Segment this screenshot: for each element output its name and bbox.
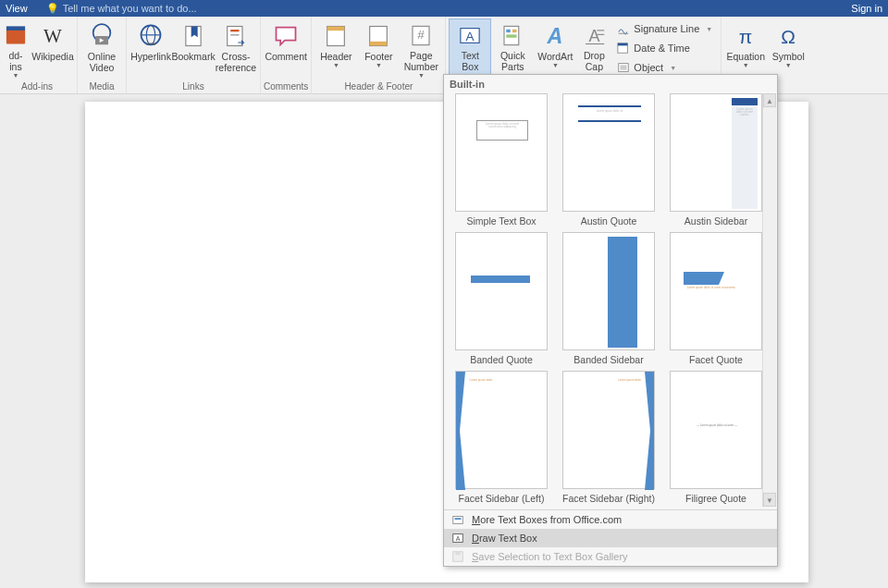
svg-rect-16 [370,42,388,46]
more-text-boxes-item[interactable]: More Text Boxes from Office.com [444,510,777,529]
text-box-button[interactable]: A Text Box ▼ [449,18,491,80]
dropdown-footer: More Text Boxes from Office.com A Draw T… [444,509,777,566]
text-box-gallery: Lorem ipsum dolor sit amet consectetur a… [444,93,777,509]
search-placeholder: Tell me what you want to do... [63,3,197,14]
wordart-button[interactable]: A WordArt ▼ [534,18,576,80]
svg-rect-34 [621,65,627,69]
bookmark-icon [180,23,206,49]
svg-text:A: A [456,535,461,542]
drop-cap-button[interactable]: A Drop Cap ▼ [576,18,611,80]
draw-text-box-item[interactable]: A Draw Text Box [444,529,777,547]
group-label-addins: Add-ins [21,80,53,92]
bookmark-button[interactable]: Bookmark [172,18,215,80]
gallery-item-facet-sidebar-left[interactable]: Lorem ipsum dolor Facet Sidebar (Left) [450,371,553,506]
group-addins: dd-ins ▼ W Wikipedia Add-ins [0,17,78,93]
symbol-icon: Ω [775,23,801,49]
svg-marker-37 [684,272,724,285]
group-label-media: Media [89,80,114,92]
gallery-item-austin-sidebar[interactable]: Lorem ipsum dolor sit amet consec Austin… [664,93,768,228]
scroll-down-icon[interactable]: ▼ [763,493,776,507]
svg-rect-45 [455,552,460,556]
scroll-up-icon[interactable]: ▲ [763,93,776,107]
title-bar: View 💡 Tell me what you want to do... Si… [0,0,888,17]
cross-reference-button[interactable]: Cross- reference [215,18,257,80]
group-header-footer: Header ▼ Footer ▼ # Page Number ▼ Header… [312,17,446,93]
object-icon [617,61,630,74]
gallery-item-facet-sidebar-right[interactable]: Lorem ipsum dolor Facet Sidebar (Right) [557,371,660,506]
signature-icon [617,22,630,35]
signature-line-button[interactable]: Signature Line▼ [613,19,716,38]
office-icon [451,513,464,526]
date-time-button[interactable]: Date & Time [613,39,716,57]
svg-marker-38 [456,372,465,490]
comment-icon [273,23,299,49]
dropdown-section-header: Built-in [444,75,777,93]
svg-text:W: W [43,25,62,47]
equation-icon: π [733,23,758,49]
page-number-icon: # [408,23,434,48]
gallery-scrollbar[interactable]: ▲ ▼ [762,93,776,507]
svg-rect-14 [327,27,345,31]
svg-text:#: # [418,28,426,42]
svg-rect-22 [507,30,512,32]
draw-text-box-icon: A [451,532,464,545]
hyperlink-button[interactable]: Hyperlink [130,18,172,80]
wikipedia-button[interactable]: W Wikipedia [31,18,74,80]
equation-button[interactable]: π Equation ▼ [724,18,767,80]
online-video-icon [89,23,115,49]
drop-cap-icon: A [581,23,607,48]
header-icon [323,23,349,49]
svg-rect-41 [455,518,462,520]
gallery-item-filigree-quote[interactable]: — Lorem ipsum dolor sit amet — Filigree … [664,371,768,506]
wikipedia-icon: W [40,23,66,49]
gallery-item-facet-quote[interactable]: Lorem ipsum dolor sit amet consectetur F… [664,232,768,367]
group-comments: Comment Comments [261,17,312,93]
date-time-icon [617,42,630,55]
save-selection-item: Save Selection to Text Box Gallery [444,547,777,566]
group-links: Hyperlink Bookmark Cross- reference Link… [127,17,261,93]
footer-button[interactable]: Footer ▼ [357,18,400,80]
svg-text:A: A [466,30,475,43]
gallery-item-banded-quote[interactable]: Banded Quote [450,232,553,367]
svg-rect-1 [6,26,25,31]
svg-rect-0 [6,30,25,44]
save-gallery-icon [451,550,464,563]
svg-rect-23 [512,30,517,32]
gallery-item-simple-text-box[interactable]: Lorem ipsum dolor sit amet consectetur a… [450,93,553,228]
hyperlink-icon [138,23,164,49]
store-icon [3,23,29,48]
lightbulb-icon: 💡 [46,3,59,15]
gallery-item-austin-quote[interactable]: Lorem ipsum dolor sit Austin Quote [557,93,660,228]
page-number-button[interactable]: # Page Number ▼ [400,18,442,80]
wordart-icon: A [542,23,568,49]
group-label-comments: Comments [264,80,308,92]
group-media: Online Video Media [78,17,127,93]
tab-view[interactable]: View [6,3,28,14]
quick-parts-button[interactable]: Quick Parts ▼ [491,18,534,80]
text-box-icon: A [457,23,483,48]
svg-rect-24 [507,34,517,37]
text-box-dropdown: Built-in Lorem ipsum dolor sit amet cons… [443,74,778,567]
svg-rect-32 [618,43,628,46]
addins-button-cut[interactable]: dd-ins ▼ [0,18,31,80]
online-video-button[interactable]: Online Video [80,18,123,80]
svg-text:Ω: Ω [781,26,796,47]
symbol-button[interactable]: Ω Symbol ▼ [767,18,809,80]
header-button[interactable]: Header ▼ [314,18,357,80]
svg-text:π: π [739,26,753,47]
footer-icon [365,23,391,49]
svg-marker-39 [645,372,654,490]
cross-reference-icon [223,23,249,49]
group-label-links: Links [182,80,204,92]
tell-me-search[interactable]: 💡 Tell me what you want to do... [46,3,197,15]
gallery-item-banded-sidebar[interactable]: Banded Sidebar [557,232,660,367]
quick-parts-icon [500,23,525,48]
svg-rect-40 [453,517,463,524]
svg-text:A: A [547,24,563,48]
svg-text:A: A [589,27,600,45]
group-label-hf: Header & Footer [344,80,413,92]
comment-button[interactable]: Comment [265,18,307,80]
sign-in-link[interactable]: Sign in [851,3,882,14]
